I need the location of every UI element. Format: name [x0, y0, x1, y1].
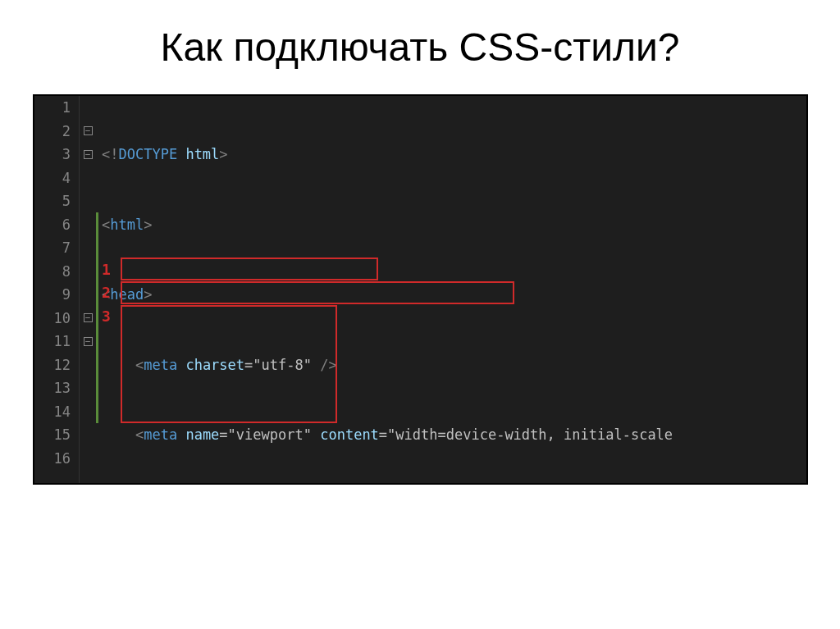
fold-icon[interactable]: −	[84, 150, 93, 159]
code-content[interactable]: <!DOCTYPE html> <html> <head> <meta char…	[100, 96, 806, 485]
code-editor: 1 2 3 4 5 6 7 8 9 10 11 12 13 14 15 16 −	[33, 94, 808, 485]
fold-column: − − − −	[80, 96, 96, 485]
annotation-3: 3	[102, 308, 111, 325]
annotation-2: 2	[102, 284, 111, 301]
line-number-gutter: 1 2 3 4 5 6 7 8 9 10 11 12 13 14 15 16	[34, 96, 80, 485]
fold-icon[interactable]: −	[84, 337, 93, 346]
fold-icon[interactable]: −	[84, 313, 93, 322]
slide-title: Как подключать CSS-стили?	[33, 25, 807, 70]
annotation-1: 1	[102, 261, 111, 278]
fold-icon[interactable]: −	[84, 126, 93, 135]
